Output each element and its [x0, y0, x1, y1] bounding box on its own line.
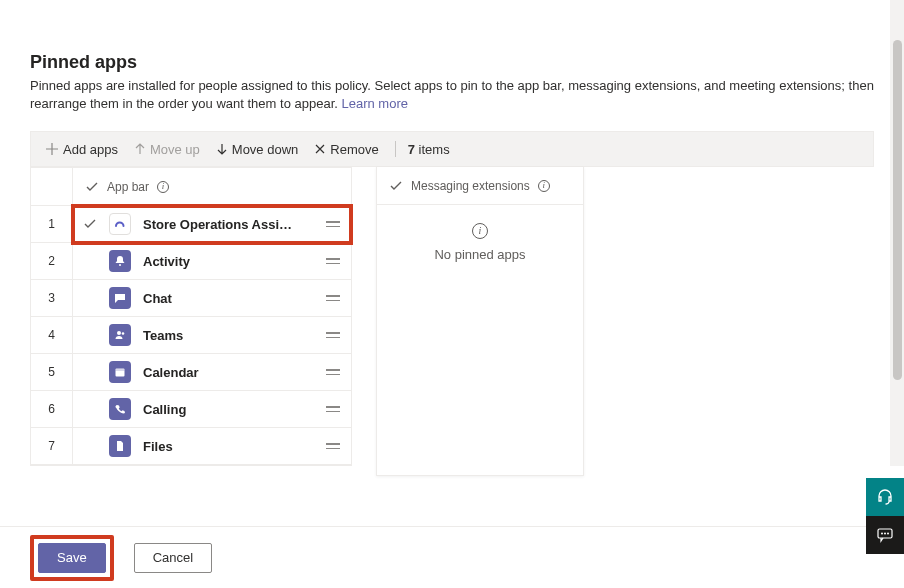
- row-index: 1: [31, 206, 72, 243]
- teams-icon: [109, 324, 131, 346]
- appbar-header-label: App bar: [107, 180, 149, 194]
- help-rail: [866, 478, 904, 554]
- save-button[interactable]: Save: [38, 543, 106, 573]
- activity-icon: [109, 250, 131, 272]
- list-item[interactable]: Chat: [73, 280, 351, 317]
- support-button[interactable]: [866, 478, 904, 516]
- empty-state-text: No pinned apps: [434, 247, 525, 262]
- plus-icon: [45, 142, 59, 156]
- section-title: Pinned apps: [30, 52, 874, 73]
- svg-point-7: [884, 533, 886, 535]
- row-index: 4: [31, 317, 72, 354]
- svg-rect-4: [116, 369, 125, 372]
- svg-point-8: [887, 533, 889, 535]
- drag-handle-icon[interactable]: [325, 295, 341, 301]
- remove-icon: [314, 143, 326, 155]
- app-label: Files: [143, 439, 173, 454]
- app-label: Calling: [143, 402, 186, 417]
- drag-handle-icon[interactable]: [325, 332, 341, 338]
- appbar-header[interactable]: App bar i: [73, 168, 351, 206]
- row-index: 6: [31, 391, 72, 428]
- appbar-list: App bar i Store Operations Assist T…: [72, 167, 352, 466]
- scrollbar-thumb[interactable]: [893, 40, 902, 380]
- move-down-button[interactable]: Move down: [208, 138, 306, 161]
- toolbar-separator: [395, 141, 396, 157]
- list-item[interactable]: Teams: [73, 317, 351, 354]
- list-item[interactable]: Files: [73, 428, 351, 465]
- cancel-button[interactable]: Cancel: [134, 543, 212, 573]
- svg-point-2: [122, 333, 125, 336]
- messaging-header-label: Messaging extensions: [411, 179, 530, 193]
- row-index: 3: [31, 280, 72, 317]
- list-item[interactable]: Activity: [73, 243, 351, 280]
- section-description: Pinned apps are installed for people ass…: [30, 77, 874, 113]
- calendar-icon: [109, 361, 131, 383]
- checkmark-icon: [389, 179, 403, 193]
- files-icon: [109, 435, 131, 457]
- drag-handle-icon[interactable]: [325, 406, 341, 412]
- messaging-header[interactable]: Messaging extensions i: [377, 167, 583, 205]
- headset-icon: [876, 488, 894, 506]
- toolbar: Add apps Move up Move down Remove 7 item…: [30, 131, 874, 167]
- drag-handle-icon[interactable]: [325, 369, 341, 375]
- app-label: Chat: [143, 291, 172, 306]
- move-down-label: Move down: [232, 142, 298, 157]
- list-item[interactable]: Calling: [73, 391, 351, 428]
- section-desc-text: Pinned apps are installed for people ass…: [30, 78, 874, 111]
- list-item[interactable]: Calendar: [73, 354, 351, 391]
- info-icon: i: [472, 223, 488, 239]
- list-item[interactable]: Store Operations Assist T…: [73, 206, 351, 243]
- app-label: Activity: [143, 254, 190, 269]
- feedback-icon: [876, 526, 894, 544]
- messaging-extensions-list: Messaging extensions i i No pinned apps: [376, 167, 584, 476]
- drag-handle-icon[interactable]: [325, 258, 341, 264]
- app-label: Teams: [143, 328, 183, 343]
- remove-label: Remove: [330, 142, 378, 157]
- row-index: 7: [31, 428, 72, 465]
- drag-handle-icon[interactable]: [325, 221, 341, 227]
- svg-point-1: [117, 331, 121, 335]
- move-up-label: Move up: [150, 142, 200, 157]
- feedback-button[interactable]: [866, 516, 904, 554]
- calling-icon: [109, 398, 131, 420]
- remove-button[interactable]: Remove: [306, 138, 386, 161]
- checkmark-icon: [83, 217, 97, 231]
- info-icon[interactable]: i: [157, 181, 169, 193]
- index-column: 1 2 3 4 5 6 7: [30, 167, 72, 466]
- learn-more-link[interactable]: Learn more: [341, 96, 407, 111]
- scrollbar-track[interactable]: [890, 0, 904, 466]
- row-index: 2: [31, 243, 72, 280]
- item-count: 7 items: [404, 142, 450, 157]
- chat-icon: [109, 287, 131, 309]
- add-apps-button[interactable]: Add apps: [37, 138, 126, 161]
- store-ops-icon: [109, 213, 131, 235]
- bottom-bar: Save Cancel: [0, 526, 904, 588]
- arrow-down-icon: [216, 143, 228, 155]
- arrow-up-icon: [134, 143, 146, 155]
- app-label: Store Operations Assist T…: [143, 217, 293, 232]
- info-icon[interactable]: i: [538, 180, 550, 192]
- app-label: Calendar: [143, 365, 199, 380]
- checkmark-icon: [85, 180, 99, 194]
- empty-state: i No pinned apps: [377, 205, 583, 290]
- item-count-label: items: [419, 142, 450, 157]
- save-highlight: Save: [30, 535, 114, 581]
- row-index: 5: [31, 354, 72, 391]
- svg-point-0: [119, 264, 121, 266]
- drag-handle-icon[interactable]: [325, 443, 341, 449]
- svg-point-6: [881, 533, 883, 535]
- move-up-button[interactable]: Move up: [126, 138, 208, 161]
- add-apps-label: Add apps: [63, 142, 118, 157]
- item-count-number: 7: [408, 142, 415, 157]
